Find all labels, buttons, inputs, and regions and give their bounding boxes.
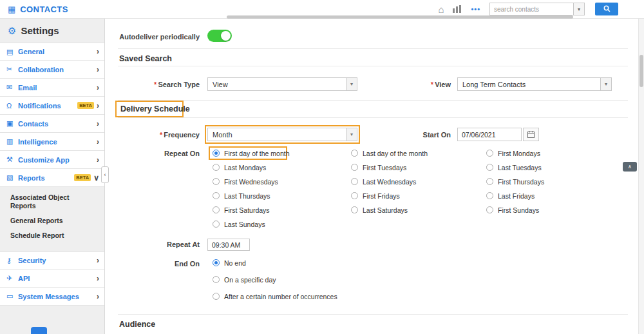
radio-icon bbox=[213, 150, 220, 157]
toggle-knob bbox=[221, 31, 231, 41]
chevron-right-icon: › bbox=[97, 292, 99, 301]
radio-option[interactable]: On a specific day bbox=[213, 275, 337, 284]
chevron-up-icon: ∧ bbox=[628, 164, 632, 170]
beta-badge: BETA bbox=[74, 174, 91, 181]
search-button[interactable] bbox=[595, 3, 618, 15]
required-mark: * bbox=[431, 81, 433, 88]
radio-option[interactable]: First Mondays bbox=[486, 149, 544, 157]
chevron-right-icon: › bbox=[97, 155, 99, 164]
repeat-at-input[interactable]: 09:30 AM bbox=[207, 239, 250, 251]
sidebar-subitem-schedule-report[interactable]: Schedule Report bbox=[10, 231, 82, 240]
view-label: *View bbox=[356, 81, 451, 89]
sidebar-item-customize-app[interactable]: ⚒ Customize App › bbox=[0, 151, 104, 169]
radio-option[interactable]: First Tuesdays bbox=[351, 163, 428, 172]
calendar-button[interactable] bbox=[523, 128, 539, 141]
sidebar-item-label: Intelligence bbox=[18, 138, 97, 146]
radio-option[interactable]: First day of the month bbox=[213, 149, 290, 157]
autodeliver-toggle[interactable] bbox=[207, 30, 232, 42]
scrollbar-thumb[interactable] bbox=[639, 55, 643, 87]
radio-option[interactable]: First Wednesdays bbox=[213, 177, 290, 186]
radio-option[interactable]: Last Saturdays bbox=[351, 206, 428, 214]
search-input[interactable] bbox=[489, 3, 573, 15]
sidebar-item-general[interactable]: ▤ General › bbox=[0, 43, 104, 61]
more-icon[interactable]: ••• bbox=[471, 5, 480, 13]
chevron-right-icon: › bbox=[97, 47, 99, 56]
sidebar-item-intelligence[interactable]: ▥ Intelligence › bbox=[0, 133, 104, 151]
sidebar-subitem-associated-object-reports[interactable]: Associated Object Reports bbox=[10, 193, 82, 210]
radio-icon bbox=[351, 178, 358, 185]
email-icon: ✉ bbox=[6, 83, 18, 92]
radio-label: First Thursdays bbox=[498, 178, 544, 186]
chart-icon[interactable] bbox=[453, 5, 462, 14]
radio-option[interactable]: First Thursdays bbox=[486, 177, 544, 186]
radio-option[interactable]: First Saturdays bbox=[213, 206, 290, 214]
radio-option[interactable]: First Fridays bbox=[351, 192, 428, 200]
saved-search-title: Saved Search bbox=[119, 54, 172, 63]
beta-badge: BETA bbox=[77, 102, 94, 109]
radio-label: First Tuesdays bbox=[363, 164, 406, 172]
radio-option[interactable]: No end bbox=[213, 259, 337, 267]
sidebar-item-collaboration[interactable]: ✂ Collaboration › bbox=[0, 61, 104, 79]
horizontal-scrollbar[interactable] bbox=[227, 15, 573, 19]
app-launcher-icon[interactable]: ▦ bbox=[8, 5, 15, 14]
radio-icon bbox=[486, 192, 493, 199]
sidebar-item-label: Collaboration bbox=[18, 66, 97, 74]
vertical-scrollbar[interactable] bbox=[638, 19, 644, 334]
radio-option[interactable]: Last Thursdays bbox=[213, 192, 290, 200]
radio-option[interactable]: Last Wednesdays bbox=[351, 177, 428, 186]
sidebar-item-label: Security bbox=[18, 257, 97, 264]
select-value: Month bbox=[208, 131, 346, 139]
scroll-top-button[interactable]: ∧ bbox=[623, 162, 637, 172]
search-type-label: *Search Type bbox=[105, 81, 200, 89]
radio-icon bbox=[351, 150, 358, 157]
chat-launcher[interactable] bbox=[31, 327, 47, 334]
radio-icon bbox=[213, 164, 220, 171]
sidebar-item-label: Email bbox=[18, 84, 97, 92]
frequency-select[interactable]: Month ▾ bbox=[207, 128, 357, 141]
home-icon[interactable]: ⌂ bbox=[438, 5, 444, 14]
radio-option[interactable]: Last day of the month bbox=[351, 149, 428, 157]
sidebar-item-security[interactable]: ⚷ Security › bbox=[0, 251, 104, 270]
search-bar: ▾ bbox=[489, 3, 618, 15]
search-scope-dropdown[interactable]: ▾ bbox=[573, 3, 585, 15]
general-icon: ▤ bbox=[6, 48, 18, 56]
api-icon: ✈ bbox=[6, 274, 18, 282]
sidebar-item-notifications[interactable]: Ω Notifications BETA › bbox=[0, 97, 104, 115]
view-select[interactable]: Long Term Contacts ▾ bbox=[457, 77, 612, 91]
radio-icon bbox=[213, 259, 220, 266]
sidebar-item-system-messages[interactable]: ▭ System Messages › bbox=[0, 288, 104, 306]
sidebar-subitem-general-reports[interactable]: General Reports bbox=[10, 217, 82, 225]
sidebar-collapse-handle[interactable]: ‹ bbox=[101, 166, 109, 183]
sidebar-item-contacts[interactable]: ▣ Contacts › bbox=[0, 115, 104, 133]
radio-label: Last Mondays bbox=[224, 164, 266, 172]
search-type-select[interactable]: View ▾ bbox=[207, 77, 357, 91]
divider bbox=[118, 314, 628, 315]
chevron-down-icon: ▾ bbox=[578, 6, 580, 12]
radio-option[interactable]: Last Sundays bbox=[213, 220, 290, 228]
start-on-input[interactable]: 07/06/2021 bbox=[457, 128, 522, 141]
sidebar-item-reports[interactable]: ▧ Reports BETA ∨ bbox=[0, 169, 104, 187]
main-content: Autodeliver periodically Saved Search *S… bbox=[105, 19, 638, 334]
chevron-right-icon: › bbox=[97, 256, 99, 265]
radio-option[interactable]: After a certain number of occurrences bbox=[213, 292, 337, 300]
radio-icon bbox=[486, 150, 493, 157]
radio-icon bbox=[213, 206, 220, 213]
radio-option[interactable]: Last Fridays bbox=[486, 192, 544, 200]
radio-icon bbox=[486, 164, 493, 171]
radio-option[interactable]: Last Mondays bbox=[213, 163, 290, 172]
sidebar-title-label: Settings bbox=[21, 25, 59, 36]
chevron-right-icon: › bbox=[97, 65, 99, 74]
search-icon bbox=[603, 5, 611, 14]
sidebar-item-label: General bbox=[18, 48, 97, 55]
sidebar-item-api[interactable]: ✈ API › bbox=[0, 270, 104, 288]
radio-label: No end bbox=[224, 259, 246, 267]
radio-option[interactable]: Last Tuesdays bbox=[486, 163, 544, 172]
radio-icon bbox=[486, 178, 493, 185]
sidebar-item-email[interactable]: ✉ Email › bbox=[0, 79, 104, 97]
end-on-options: No end On a specific day After a certain… bbox=[213, 259, 337, 300]
lock-icon: ⚷ bbox=[6, 257, 18, 265]
chevron-right-icon: › bbox=[97, 119, 99, 128]
autodeliver-label: Autodeliver periodically bbox=[105, 33, 200, 41]
sidebar-item-label: Customize App bbox=[18, 156, 97, 164]
radio-option[interactable]: First Sundays bbox=[486, 206, 544, 214]
